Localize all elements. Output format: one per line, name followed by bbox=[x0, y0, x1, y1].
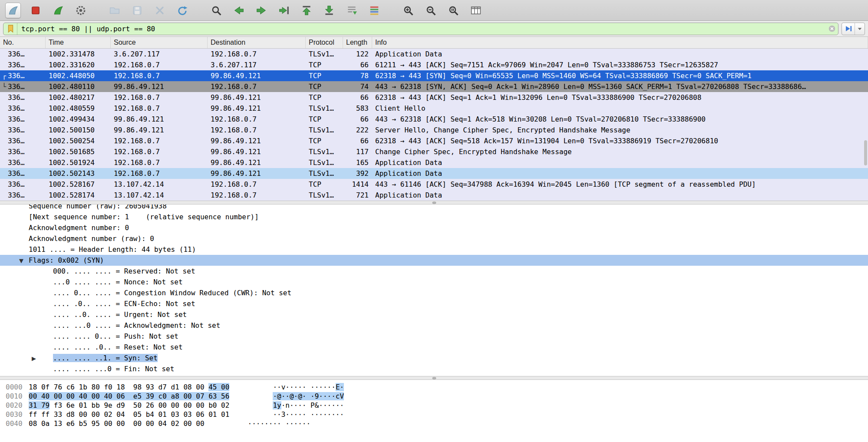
detail-line[interactable]: .... .... .0.. = Reset: Not set bbox=[0, 342, 868, 353]
column-header-time[interactable]: Time bbox=[46, 37, 111, 48]
hex-row[interactable]: 001000 40 00 00 40 00 40 06 e5 39 c0 a8 … bbox=[0, 392, 868, 401]
go-back-button[interactable] bbox=[231, 3, 247, 18]
detail-text: .... .0.. .... = ECN-Echo: Not set bbox=[53, 300, 195, 308]
filter-bar bbox=[0, 21, 868, 37]
go-to-top-button[interactable] bbox=[299, 3, 314, 18]
auto-scroll-button[interactable] bbox=[344, 3, 360, 18]
close-file-button[interactable] bbox=[152, 3, 168, 18]
cell-length: 74 bbox=[343, 81, 372, 92]
zoom-reset-icon bbox=[448, 5, 459, 16]
details-bytes-splitter[interactable] bbox=[0, 376, 868, 380]
detail-line[interactable]: ...0 .... .... = Nonce: Not set bbox=[0, 277, 868, 287]
packet-row[interactable]: 336… 1002.499434 99.86.49.121 192.168.0.… bbox=[0, 114, 868, 125]
cell-info: 62318 → 443 [SYN] Seq=0 Win=65535 Len=0 … bbox=[372, 70, 868, 81]
detail-line[interactable]: ▼Flags: 0x002 (SYN) bbox=[0, 255, 868, 266]
packet-row[interactable]: └336… 1002.480110 99.86.49.121 192.168.0… bbox=[0, 81, 868, 92]
detail-line[interactable]: Sequence number (raw): 2605041938 bbox=[0, 205, 868, 211]
go-forward-button[interactable] bbox=[254, 3, 269, 18]
packet-row[interactable]: 336… 1002.500254 192.168.0.7 99.86.49.12… bbox=[0, 135, 868, 146]
detail-text: Flags: 0x002 (SYN) bbox=[29, 256, 104, 264]
detail-line[interactable]: .... .... 0... = Push: Not set bbox=[0, 331, 868, 342]
packet-row[interactable]: 336… 1002.331620 192.168.0.7 3.6.207.117… bbox=[0, 59, 868, 70]
packet-row[interactable]: 336… 1002.502143 192.168.0.7 99.86.49.12… bbox=[0, 168, 868, 179]
packet-row[interactable]: ┌336… 1002.448050 192.168.0.7 99.86.49.1… bbox=[0, 70, 868, 81]
cell-destination: 192.168.0.7 bbox=[208, 190, 306, 201]
packet-row[interactable]: 336… 1002.480559 192.168.0.7 99.86.49.12… bbox=[0, 103, 868, 114]
cell-length: 122 bbox=[343, 49, 372, 59]
cell-source: 99.86.49.121 bbox=[111, 114, 208, 125]
save-file-button[interactable] bbox=[129, 3, 145, 18]
restart-capture-button[interactable] bbox=[50, 3, 66, 18]
resize-columns-icon bbox=[470, 5, 482, 16]
hex-bytes: 00 40 00 00 40 00 40 06 e5 39 c0 a8 00 0… bbox=[29, 392, 229, 400]
packet-row[interactable]: 336… 1002.500150 99.86.49.121 192.168.0.… bbox=[0, 125, 868, 135]
hex-row[interactable]: 004008 0a 13 e6 b5 95 00 00 00 00 04 02 … bbox=[0, 419, 868, 428]
detail-line[interactable]: Acknowledgment number (raw): 0 bbox=[0, 233, 868, 244]
detail-line[interactable]: .... ...0 .... = Acknowledgment: Not set bbox=[0, 320, 868, 331]
cell-info: Client Hello bbox=[372, 103, 868, 114]
packet-row[interactable]: 336… 1002.501924 192.168.0.7 99.86.49.12… bbox=[0, 157, 868, 168]
go-to-packet-button[interactable] bbox=[276, 3, 292, 18]
hex-bytes: ff ff 33 d8 00 00 02 04 05 b4 01 03 03 0… bbox=[29, 410, 229, 419]
hex-row[interactable]: 000018 0f 76 c6 1b 80 f0 18 98 93 d7 d1 … bbox=[0, 383, 868, 392]
cell-protocol: TCP bbox=[306, 92, 343, 103]
find-packet-button[interactable] bbox=[208, 3, 224, 18]
filter-apply-control bbox=[842, 23, 865, 35]
cell-info: 61211 → 443 [ACK] Seq=7151 Ack=97069 Win… bbox=[372, 59, 868, 70]
detail-text: .... .... ...0 = Fin: Not set bbox=[53, 365, 174, 373]
zoom-reset-button[interactable] bbox=[446, 3, 461, 18]
cell-protocol: TCP bbox=[306, 70, 343, 81]
display-filter-input[interactable] bbox=[17, 25, 826, 33]
display-filter-field[interactable] bbox=[3, 23, 838, 35]
start-capture-button[interactable] bbox=[5, 3, 21, 18]
zoom-out-button[interactable] bbox=[423, 3, 439, 18]
column-header-length[interactable]: Length bbox=[343, 37, 372, 48]
packet-row[interactable]: 336… 1002.501685 192.168.0.7 99.86.49.12… bbox=[0, 146, 868, 157]
detail-line[interactable]: Acknowledgment number: 0 bbox=[0, 222, 868, 233]
detail-line[interactable]: .... .... ...0 = Fin: Not set bbox=[0, 363, 868, 374]
column-header-protocol[interactable]: Protocol bbox=[306, 37, 343, 48]
filter-bookmark-button[interactable] bbox=[3, 23, 17, 35]
cell-length: 66 bbox=[343, 135, 372, 146]
hex-row[interactable]: 0030ff ff 33 d8 00 00 02 04 05 b4 01 03 … bbox=[0, 410, 868, 419]
cell-info: Application Data bbox=[372, 168, 868, 179]
zoom-in-button[interactable] bbox=[400, 3, 416, 18]
reload-file-button[interactable] bbox=[175, 3, 190, 18]
packet-row[interactable]: 336… 1002.331478 3.6.207.117 192.168.0.7… bbox=[0, 49, 868, 59]
filter-clear-button[interactable] bbox=[826, 23, 838, 35]
packet-details-pane: Sequence number (raw): 2605041938[Next s… bbox=[0, 205, 868, 376]
cell-no-text: 336… bbox=[8, 72, 25, 80]
packet-row[interactable]: 336… 1002.528167 13.107.42.14 192.168.0.… bbox=[0, 179, 868, 190]
hex-row[interactable]: 002031 79 f3 6e 01 bb 9e d9 50 26 00 00 … bbox=[0, 401, 868, 410]
detail-line[interactable]: [Next sequence number: 1 (relative seque… bbox=[0, 211, 868, 222]
packet-list-scrollbar-thumb[interactable] bbox=[864, 140, 867, 165]
open-file-button[interactable] bbox=[107, 3, 122, 18]
detail-line[interactable]: .... ..0. .... = Urgent: Not set bbox=[0, 309, 868, 320]
cell-time: 1002.331620 bbox=[46, 59, 111, 70]
column-header-destination[interactable]: Destination bbox=[208, 37, 306, 48]
filter-apply-button[interactable] bbox=[842, 23, 855, 35]
cell-info: Server Hello, Change Cipher Spec, Encryp… bbox=[372, 125, 868, 135]
packet-row[interactable]: 336… 1002.528174 13.107.42.14 192.168.0.… bbox=[0, 190, 868, 201]
column-header-source[interactable]: Source bbox=[111, 37, 208, 48]
cell-no-text: 336… bbox=[8, 61, 25, 69]
cell-source: 192.168.0.7 bbox=[111, 146, 208, 157]
stop-capture-button[interactable] bbox=[28, 3, 43, 18]
detail-line[interactable]: 1011 .... = Header Length: 44 bytes (11) bbox=[0, 244, 868, 255]
detail-line[interactable]: ▶.... .... ..1. = Syn: Set bbox=[0, 353, 868, 363]
detail-line[interactable]: .... .0.. .... = ECN-Echo: Not set bbox=[0, 298, 868, 309]
go-to-bottom-button[interactable] bbox=[321, 3, 337, 18]
list-details-splitter[interactable] bbox=[0, 201, 868, 205]
collapse-triangle-icon[interactable]: ▼ bbox=[19, 257, 23, 263]
packet-row[interactable]: 336… 1002.480217 192.168.0.7 99.86.49.12… bbox=[0, 92, 868, 103]
expand-triangle-icon[interactable]: ▶ bbox=[32, 355, 36, 361]
detail-line[interactable]: 000. .... .... = Reserved: Not set bbox=[0, 266, 868, 277]
column-header-no[interactable]: No. bbox=[0, 37, 46, 48]
filter-dropdown-button[interactable] bbox=[855, 23, 865, 35]
colorize-button[interactable] bbox=[366, 3, 382, 18]
cell-length: 165 bbox=[343, 157, 372, 168]
capture-options-button[interactable] bbox=[73, 3, 89, 18]
detail-line[interactable]: .... 0... .... = Congestion Window Reduc… bbox=[0, 287, 868, 298]
resize-columns-button[interactable] bbox=[468, 3, 484, 18]
column-header-info[interactable]: Info bbox=[372, 37, 868, 48]
